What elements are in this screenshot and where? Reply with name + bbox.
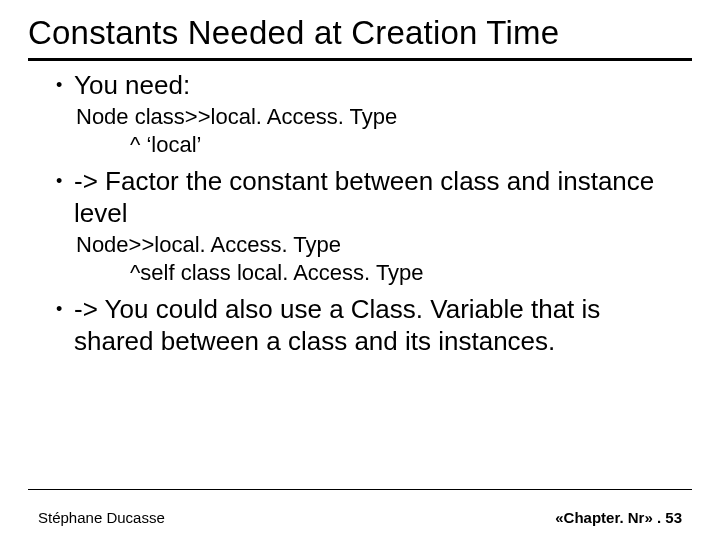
bullet-text: -> Factor the constant between class and…	[74, 165, 680, 229]
bullet-item: • -> You could also use a Class. Variabl…	[56, 293, 680, 357]
bullet-dot-icon: •	[56, 69, 74, 101]
footer-divider	[28, 489, 692, 490]
code-block: Node>>local. Access. Type ^self class lo…	[56, 231, 680, 287]
code-line: Node class>>local. Access. Type	[76, 103, 680, 131]
bullet-text: -> You could also use a Class. Variable …	[74, 293, 680, 357]
bullet-text: You need:	[74, 69, 190, 101]
footer-author: Stéphane Ducasse	[38, 509, 165, 526]
bullet-item: • -> Factor the constant between class a…	[56, 165, 680, 229]
code-line: ^ ‘local’	[76, 131, 680, 159]
bullet-item: • You need:	[56, 69, 680, 101]
slide-body: • You need: Node class>>local. Access. T…	[0, 65, 720, 357]
title-divider	[28, 58, 692, 61]
bullet-dot-icon: •	[56, 293, 74, 325]
bullet-dot-icon: •	[56, 165, 74, 197]
code-block: Node class>>local. Access. Type ^ ‘local…	[56, 103, 680, 159]
code-line: Node>>local. Access. Type	[76, 231, 680, 259]
slide-title: Constants Needed at Creation Time	[0, 0, 720, 58]
code-line: ^self class local. Access. Type	[76, 259, 680, 287]
footer-page-number: «Chapter. Nr» . 53	[555, 509, 682, 526]
slide: Constants Needed at Creation Time • You …	[0, 0, 720, 540]
